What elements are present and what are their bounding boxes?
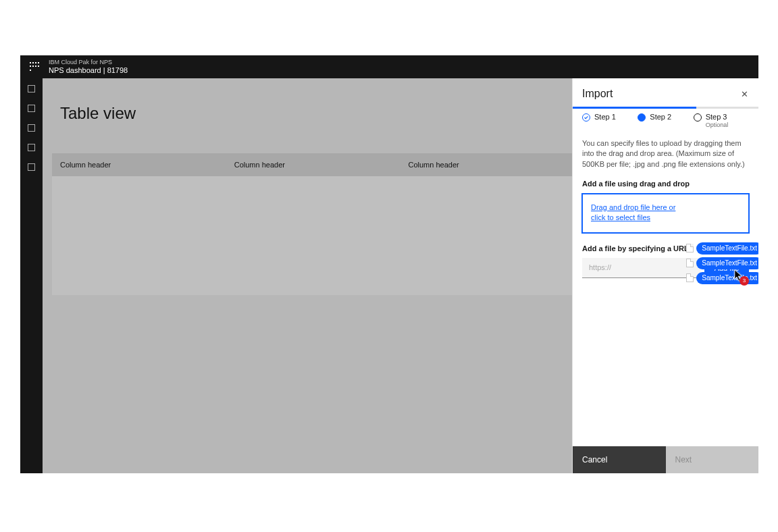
close-icon[interactable]: ✕	[740, 89, 749, 99]
drag-file-name: SampleTextFile.txt	[696, 272, 758, 284]
side-nav-item[interactable]	[28, 124, 35, 132]
drag-count-badge: 3	[740, 276, 749, 286]
document-icon	[686, 273, 694, 282]
upcoming-step-icon	[694, 113, 702, 122]
cancel-button[interactable]: Cancel	[573, 446, 666, 473]
step-sublabel: Optional	[706, 122, 729, 129]
import-panel: Import ✕ Step 1 Step 2	[572, 78, 758, 473]
page-name: NPS dashboard | 81798	[49, 66, 128, 75]
panel-description: You can specify files to upload by dragg…	[582, 138, 749, 169]
app-switcher-icon[interactable]	[30, 62, 39, 72]
step-3[interactable]: Step 3 Optional	[694, 113, 749, 129]
file-drop-zone[interactable]: Drag and drop file here or click to sele…	[582, 194, 749, 233]
panel-footer: Cancel Next	[573, 446, 758, 473]
step-label: Step 2	[650, 113, 671, 122]
drag-file-item: SampleTextFile.txt	[686, 257, 758, 269]
app-frame: IBM Cloud Pak for NPS NPS dashboard | 81…	[20, 55, 758, 473]
next-button[interactable]: Next	[666, 446, 759, 473]
document-icon	[686, 259, 694, 267]
current-step-icon	[638, 113, 646, 122]
side-nav	[20, 78, 43, 473]
top-titles: IBM Cloud Pak for NPS NPS dashboard | 81…	[49, 59, 128, 75]
step-2[interactable]: Step 2	[638, 113, 693, 129]
side-nav-item[interactable]	[28, 105, 35, 112]
url-input[interactable]	[582, 258, 700, 278]
step-1[interactable]: Step 1	[582, 113, 638, 129]
drag-file-name: SampleTextFile.txt	[696, 242, 758, 255]
product-name: IBM Cloud Pak for NPS	[49, 59, 128, 66]
drag-file-name: SampleTextFile.txt	[696, 257, 758, 269]
drop-link[interactable]: Drag and drop file here or click to sele…	[591, 203, 679, 223]
document-icon	[686, 244, 694, 252]
panel-body: You can specify files to upload by dragg…	[573, 129, 758, 446]
top-bar: IBM Cloud Pak for NPS NPS dashboard | 81…	[20, 55, 758, 78]
panel-header: Import ✕	[573, 78, 758, 107]
step-label: Step 3	[706, 113, 729, 122]
side-nav-item[interactable]	[28, 144, 35, 151]
drag-file-item: SampleTextFile.txt	[686, 242, 758, 255]
steps-row: Step 1 Step 2 Step 3 Optional	[573, 109, 758, 129]
panel-title: Import	[582, 88, 613, 100]
drop-label: Add a file using drag and drop	[582, 179, 749, 189]
check-circle-icon	[582, 113, 590, 122]
side-nav-item[interactable]	[28, 85, 35, 92]
side-nav-item[interactable]	[28, 163, 35, 171]
body-area: Table view Column header Column header C…	[20, 78, 758, 473]
step-label: Step 1	[594, 113, 616, 122]
